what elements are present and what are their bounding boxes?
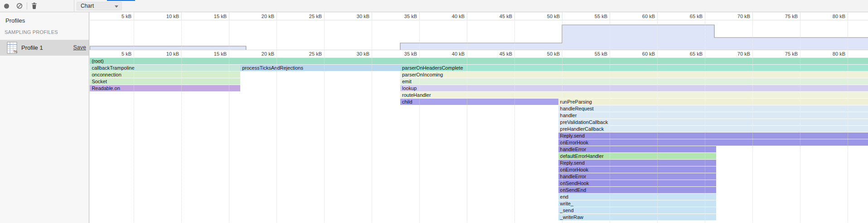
sidebar-item-profile-1[interactable]: % Profile 1 Save xyxy=(0,40,89,56)
flame-graph: (root)callbackTrampolineprocessTicksAndR… xyxy=(90,57,868,223)
flame-chart-area: 5 kB10 kB15 kB20 kB25 kB30 kB35 kB40 kB4… xyxy=(90,12,868,223)
flame-bar[interactable]: emit xyxy=(400,78,868,85)
flame-bar[interactable]: routeHandler xyxy=(400,92,868,98)
flame-bar-label: child xyxy=(400,99,412,104)
ruler-tick-label: 40 kB xyxy=(452,51,465,57)
ruler-tick-label: 40 kB xyxy=(452,14,465,19)
flame-bar[interactable]: child xyxy=(400,99,558,105)
flame-bar-label: Readable.on xyxy=(90,85,120,91)
ruler-tick-label: 55 kB xyxy=(595,51,607,57)
ruler-tick-label: 45 kB xyxy=(499,51,512,57)
ruler-tick-label: 80 kB xyxy=(833,51,845,57)
flame-bar[interactable]: Readable.on xyxy=(90,85,240,91)
svg-text:%: % xyxy=(14,49,17,54)
ruler-tick-label: 25 kB xyxy=(309,51,322,57)
flame-bar-label: handleRequest xyxy=(558,106,594,111)
flame-bar[interactable]: _send xyxy=(558,207,717,214)
save-profile-link[interactable]: Save xyxy=(73,44,87,51)
ruler-tick-label: 30 kB xyxy=(357,51,369,57)
overview-divider xyxy=(90,50,868,50)
flame-bar-label: Socket xyxy=(90,79,107,84)
flame-bar[interactable]: parserOnIncoming xyxy=(400,71,868,78)
flame-bar-label: end xyxy=(558,194,568,199)
ruler-tick-label: 65 kB xyxy=(690,51,703,57)
flame-bar[interactable]: Reply.send xyxy=(558,133,868,139)
ruler-tick-label: 15 kB xyxy=(214,51,227,57)
ruler-tick-label: 35 kB xyxy=(404,51,417,57)
profile-table-icon: % xyxy=(7,42,17,56)
flame-bar[interactable]: Socket xyxy=(90,78,240,85)
flame-bar[interactable]: defaultErrorHandler xyxy=(558,153,717,159)
clear-icon[interactable] xyxy=(16,3,23,9)
delete-profile-icon[interactable] xyxy=(31,2,38,9)
ruler-tick-label: 20 kB xyxy=(262,51,274,57)
flame-bar-label: handleError xyxy=(558,147,586,152)
flame-bar-label: routeHandler xyxy=(400,92,431,98)
ruler-tick-label: 60 kB xyxy=(642,51,655,57)
flame-bar[interactable]: preValidationCallback xyxy=(558,119,868,125)
profiles-sidebar: Profiles SAMPLING PROFILES % Profile 1 S… xyxy=(0,12,89,223)
flame-bar[interactable]: preHandlerCallback xyxy=(558,126,868,132)
flame-bar[interactable]: handleError xyxy=(558,173,717,180)
flame-bar-label: defaultErrorHandler xyxy=(558,153,604,159)
flame-bar[interactable]: write_ xyxy=(558,200,717,207)
chevron-down-icon xyxy=(115,5,118,8)
flame-bar[interactable]: Reply.send xyxy=(558,160,717,166)
ruler-tick-label: 5 kB xyxy=(121,14,131,19)
flame-bar-label: Reply.send xyxy=(558,133,585,138)
ruler-tick-label: 50 kB xyxy=(547,51,560,57)
ruler-tick-label: 30 kB xyxy=(357,14,369,19)
flame-bar[interactable]: lookup xyxy=(400,85,868,91)
flame-bar-label: parserOnHeadersComplete xyxy=(400,65,463,71)
flame-bar[interactable]: processTicksAndRejections xyxy=(240,65,400,71)
active-tab-indicator xyxy=(107,0,135,1)
ruler-tick-label: 5 kB xyxy=(121,51,131,57)
ruler-tick-label: 10 kB xyxy=(166,51,179,57)
view-mode-value: Chart xyxy=(81,3,94,9)
flame-bar[interactable]: onSendEnd xyxy=(558,187,717,193)
ruler-tick-label: 75 kB xyxy=(785,14,798,19)
flame-bar[interactable]: handler xyxy=(558,112,868,119)
flame-bar-label: processTicksAndRejections xyxy=(240,65,303,71)
flame-bar[interactable]: (root) xyxy=(90,58,868,64)
ruler-tick-label: 65 kB xyxy=(690,14,703,19)
flame-bar-label: onErrorHook xyxy=(558,140,588,145)
ruler-tick-label: 15 kB xyxy=(214,14,227,19)
flame-bar-label: handler xyxy=(558,113,577,118)
flame-bar-label: onconnection xyxy=(90,72,121,77)
flame-bar[interactable]: _writeRaw xyxy=(558,214,717,220)
ruler-tick-label: 80 kB xyxy=(833,14,845,19)
flame-bar-label: onSendEnd xyxy=(558,187,587,193)
panel-split-line xyxy=(74,0,74,12)
memory-overview[interactable] xyxy=(90,20,868,50)
flame-bar-label: (root) xyxy=(90,58,103,64)
ruler-tick-label: 70 kB xyxy=(737,14,750,19)
flame-bar-label: preValidationCallback xyxy=(558,119,608,125)
toolbar: Chart xyxy=(0,0,868,12)
flame-bar-label: preHandlerCallback xyxy=(558,126,604,132)
flame-bar[interactable]: handleRequest xyxy=(558,105,868,112)
ruler-tick-label: 55 kB xyxy=(595,14,607,19)
flame-bar[interactable]: onErrorHook xyxy=(558,166,717,173)
flame-bar-label: onErrorHook xyxy=(558,167,588,172)
flame-bar[interactable]: onErrorHook xyxy=(558,139,868,146)
ruler-tick-label: 45 kB xyxy=(499,14,512,19)
flame-bar-label: handleError xyxy=(558,174,586,179)
view-mode-select[interactable]: Chart xyxy=(77,2,122,10)
ruler-tick-label: 20 kB xyxy=(262,14,274,19)
flame-bar[interactable]: end xyxy=(558,194,717,200)
ruler-tick-label: 70 kB xyxy=(737,51,750,57)
flame-bar[interactable]: parserOnHeadersComplete xyxy=(400,65,868,71)
flame-bar-label: callbackTrampoline xyxy=(90,65,134,71)
flame-bar[interactable]: callbackTrampoline xyxy=(90,65,240,71)
ruler-tick-label: 35 kB xyxy=(404,14,417,19)
flame-bar[interactable]: handleError xyxy=(558,146,717,152)
flame-bar[interactable]: onconnection xyxy=(90,71,240,78)
flame-bar[interactable]: runPreParsing xyxy=(558,99,868,105)
flame-bar-label: parserOnIncoming xyxy=(400,72,443,77)
record-button[interactable] xyxy=(4,4,9,9)
flame-bar[interactable]: onSendHook xyxy=(558,180,717,186)
flame-bar-label: _send xyxy=(558,208,574,213)
flame-bar-label: Reply.send xyxy=(558,160,585,166)
profile-name: Profile 1 xyxy=(21,44,43,51)
